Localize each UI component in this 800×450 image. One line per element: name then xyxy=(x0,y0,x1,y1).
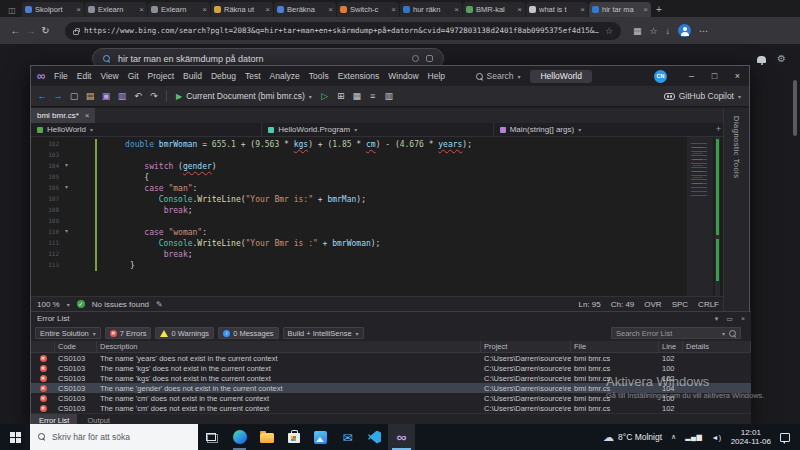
diagnostic-tools-tab[interactable]: Diagnostic Tools xyxy=(732,116,741,178)
close-icon[interactable] xyxy=(726,66,749,86)
column-indicator[interactable]: Ch: 49 xyxy=(611,300,635,309)
tab-close-icon[interactable]: × xyxy=(76,5,81,14)
window-split-icon[interactable]: ▦ xyxy=(350,91,364,101)
tab-list-icon[interactable] xyxy=(4,6,20,15)
breadcrumb-item[interactable]: HelloWorld▾ xyxy=(31,123,262,136)
new-file-icon[interactable]: ▢ xyxy=(67,91,81,101)
nav-forward-icon[interactable]: → xyxy=(51,91,65,101)
scope-dropdown[interactable]: Entire Solution xyxy=(35,327,101,339)
maximize-icon[interactable] xyxy=(703,66,726,86)
browser-tab[interactable]: hir tar ma× xyxy=(589,2,651,17)
line-ending-indicator[interactable]: CRLF xyxy=(698,300,719,309)
menu-view[interactable]: View xyxy=(96,66,123,86)
tab-close-icon[interactable]: × xyxy=(328,5,333,14)
browser-tab[interactable]: Switch-c× xyxy=(337,2,399,17)
pin-icon[interactable] xyxy=(726,315,733,323)
column-header-details[interactable]: Details xyxy=(683,341,751,352)
browser-tab[interactable]: Beräkna× xyxy=(274,2,336,17)
run-icon[interactable] xyxy=(176,92,182,101)
file-explorer-taskbar-button[interactable] xyxy=(253,424,280,450)
menu-file[interactable]: File xyxy=(50,66,73,86)
menu-tools[interactable]: Tools xyxy=(304,66,333,86)
menu-git[interactable]: Git xyxy=(123,66,143,86)
browser-menu-icon[interactable] xyxy=(699,26,708,36)
favorite-star-icon[interactable] xyxy=(605,26,613,36)
error-row[interactable]: ✕CS0103The name 'cm' does not exist in t… xyxy=(31,403,751,413)
tab-close-icon[interactable]: × xyxy=(265,5,270,14)
fold-arrow-icon[interactable]: ▾ xyxy=(65,183,68,190)
breadcrumb-item[interactable]: HelloWorld.Program▾ xyxy=(262,123,493,136)
menu-edit[interactable]: Edit xyxy=(72,66,96,86)
error-row[interactable]: ✕CS0103The name 'gender' does not exist … xyxy=(31,383,751,393)
column-header-line[interactable]: Line xyxy=(659,341,683,352)
browser-tab[interactable]: what is t× xyxy=(526,2,588,17)
undo-icon[interactable]: ↶ xyxy=(131,91,145,101)
forward-icon[interactable] xyxy=(23,25,38,36)
column-header-description[interactable]: Description xyxy=(97,341,481,352)
browser-tab[interactable]: BMR-kal× xyxy=(463,2,525,17)
action-center-icon[interactable] xyxy=(780,433,790,442)
column-header-project[interactable]: Project xyxy=(481,341,571,352)
line-indicator[interactable]: Ln: 95 xyxy=(578,300,600,309)
tab-close-icon[interactable]: × xyxy=(139,5,144,14)
menu-debug[interactable]: Debug xyxy=(206,66,240,86)
editor-scrollbar[interactable] xyxy=(715,137,720,296)
edge-taskbar-button[interactable] xyxy=(226,424,253,450)
warnings-filter-button[interactable]: 0 Warnings xyxy=(155,327,214,339)
task-view-button[interactable] xyxy=(198,424,224,450)
back-icon[interactable] xyxy=(8,25,23,36)
menu-window[interactable]: Window xyxy=(384,66,423,86)
menu-help[interactable]: Help xyxy=(423,66,449,86)
save-icon[interactable]: ▣ xyxy=(99,91,113,101)
error-row[interactable]: ✕CS0103The name 'kgs' does not exist in … xyxy=(31,363,751,373)
tab-close-icon[interactable] xyxy=(85,111,90,120)
errors-filter-button[interactable]: 7 Errors xyxy=(105,327,152,339)
tab-close-icon[interactable]: × xyxy=(643,5,648,14)
nav-back-icon[interactable]: ← xyxy=(35,91,49,101)
error-row[interactable]: ✕CS0103The name 'cm' does not exist in t… xyxy=(31,393,751,403)
browser-tab[interactable]: Räkna ut× xyxy=(211,2,273,17)
store-taskbar-button[interactable] xyxy=(280,424,307,450)
refresh-icon[interactable] xyxy=(38,25,53,36)
browser-tab[interactable]: Skolport× xyxy=(22,2,84,17)
tab-close-icon[interactable]: × xyxy=(391,5,396,14)
whitespace-indicator[interactable]: SPC xyxy=(672,300,688,309)
add-icon[interactable] xyxy=(716,124,721,134)
save-all-icon[interactable]: ▥ xyxy=(115,91,129,101)
error-row[interactable]: ✕CS0103The name 'kgs' does not exist in … xyxy=(31,373,751,383)
network-icon[interactable] xyxy=(685,433,702,441)
voice-search-icon[interactable] xyxy=(412,55,419,62)
photos-taskbar-button[interactable] xyxy=(307,424,334,450)
menu-build[interactable]: Build xyxy=(179,66,207,86)
document-tab[interactable]: bmi bmr.cs* xyxy=(31,108,95,123)
build-icon[interactable]: ⊞ xyxy=(334,91,348,101)
menu-extensions[interactable]: Extensions xyxy=(333,66,384,86)
column-header-file[interactable]: File xyxy=(571,341,659,352)
breadcrumb-item[interactable]: Main(string[] args)▾ xyxy=(494,123,725,136)
source-filter-dropdown[interactable]: Build + IntelliSense xyxy=(283,327,364,339)
tab-close-icon[interactable]: × xyxy=(580,5,585,14)
zoom-level[interactable]: 100 % xyxy=(37,300,60,309)
visual-studio-taskbar-button[interactable] xyxy=(388,424,415,450)
minimap[interactable] xyxy=(687,137,713,296)
mail-taskbar-button[interactable] xyxy=(334,424,361,450)
column-header-code[interactable]: Code xyxy=(55,341,97,352)
downloads-icon[interactable] xyxy=(666,26,671,36)
address-bar[interactable]: https://www.bing.com/search?pglt=2083&q=… xyxy=(65,22,621,40)
messages-filter-button[interactable]: 0 Messages xyxy=(218,327,278,339)
tab-close-icon[interactable]: × xyxy=(454,5,459,14)
vscode-taskbar-button[interactable] xyxy=(361,424,388,450)
start-button[interactable] xyxy=(0,424,30,450)
menu-test[interactable]: Test xyxy=(241,66,266,86)
tab-close-icon[interactable]: × xyxy=(517,5,522,14)
tab-close-icon[interactable]: × xyxy=(202,5,207,14)
browser-tab[interactable]: hur räkn× xyxy=(400,2,462,17)
error-row[interactable]: ✕CS0103The name 'years' does not exist i… xyxy=(31,353,751,363)
redo-icon[interactable]: ↷ xyxy=(147,91,161,101)
new-tab-button[interactable] xyxy=(656,4,662,15)
browser-profile-avatar[interactable] xyxy=(678,24,691,37)
split-screen-icon[interactable] xyxy=(633,26,642,36)
page-scrollbar[interactable] xyxy=(793,80,797,136)
error-list-search-input[interactable]: Search Error List xyxy=(611,327,741,339)
vs-search-box[interactable]: Search xyxy=(476,71,521,81)
